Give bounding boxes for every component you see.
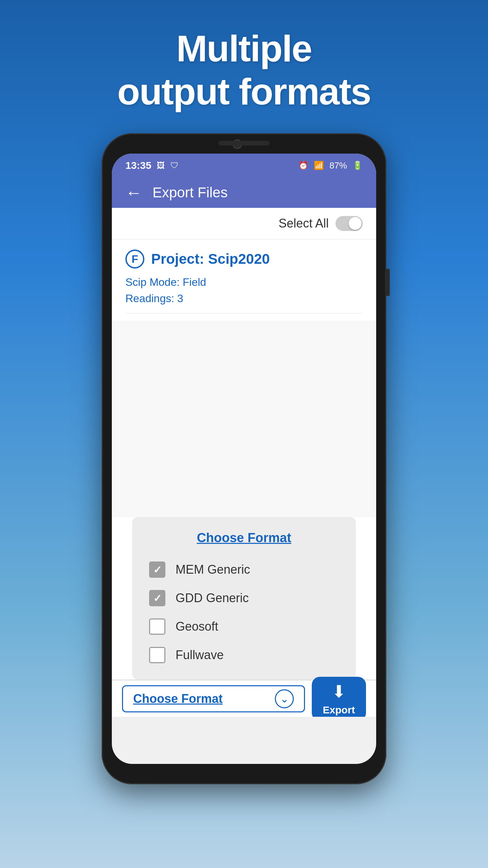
project-icon: F	[125, 250, 144, 269]
format-checkbox-gdd[interactable]	[149, 590, 165, 606]
export-label: Export	[323, 704, 355, 716]
back-button[interactable]: ←	[125, 183, 142, 202]
project-name: Project: Scip2020	[151, 251, 270, 267]
format-checkbox-mem[interactable]	[149, 561, 165, 578]
hero-line2: output formats	[117, 71, 371, 112]
select-all-row: Select All	[112, 208, 376, 239]
format-label-fullwave: Fullwave	[176, 648, 224, 662]
status-time: 13:35	[125, 160, 151, 171]
alarm-icon: ⏰	[298, 161, 308, 170]
format-label-geosoft: Geosoft	[176, 619, 218, 634]
bottom-bar: Choose Format ⌄ ⬇ Export	[112, 679, 376, 717]
chevron-down-icon: ⌄	[275, 689, 294, 708]
project-details: Scip Mode: Field Readings: 3	[125, 274, 363, 307]
format-label-mem: MEM Generic	[176, 563, 250, 577]
phone-side-button	[385, 269, 390, 296]
hero-line1: Multiple	[176, 27, 312, 69]
project-mode: Scip Mode: Field	[125, 274, 363, 290]
shield-status-icon: 🛡	[170, 161, 179, 170]
screen-content: Select All F Project: Scip2020 Scip Mode…	[112, 208, 376, 717]
format-item-gdd: GDD Generic	[149, 584, 339, 612]
format-panel-title: Choose Format	[149, 531, 339, 545]
project-readings: Readings: 3	[125, 290, 363, 307]
choose-format-text: Choose Format	[133, 692, 223, 706]
format-checkbox-fullwave[interactable]	[149, 647, 165, 663]
format-item-fullwave: Fullwave	[149, 641, 339, 669]
format-checkbox-geosoft[interactable]	[149, 618, 165, 635]
phone-body: 13:35 🖼 🛡 ⏰ 📶 87% 🔋 ← Export Files	[102, 133, 386, 784]
hero-title: Multiple output formats	[117, 27, 371, 113]
export-button[interactable]: ⬇ Export	[312, 677, 366, 717]
battery-text: 87%	[329, 160, 347, 171]
status-bar: 13:35 🖼 🛡 ⏰ 📶 87% 🔋	[112, 154, 376, 177]
wifi-icon: 📶	[314, 161, 324, 170]
phone-speaker	[219, 141, 269, 145]
select-all-toggle[interactable]	[336, 216, 363, 231]
format-panel: Choose Format MEM Generic GDD Generic Ge…	[132, 517, 356, 679]
app-bar-title: Export Files	[152, 184, 228, 201]
status-right: ⏰ 📶 87% 🔋	[298, 160, 363, 171]
project-section: F Project: Scip2020 Scip Mode: Field Rea…	[112, 239, 376, 320]
hero-section: Multiple output formats	[117, 0, 371, 113]
format-item-mem: MEM Generic	[149, 555, 339, 584]
project-title-row: F Project: Scip2020	[125, 250, 363, 269]
image-status-icon: 🖼	[157, 161, 165, 170]
battery-icon: 🔋	[352, 161, 363, 170]
toggle-thumb	[349, 217, 362, 230]
select-all-label: Select All	[279, 216, 329, 231]
phone-screen: 13:35 🖼 🛡 ⏰ 📶 87% 🔋 ← Export Files	[112, 154, 376, 764]
phone-mockup: 13:35 🖼 🛡 ⏰ 📶 87% 🔋 ← Export Files	[98, 133, 390, 794]
format-label-gdd: GDD Generic	[176, 591, 249, 605]
choose-format-button[interactable]: Choose Format ⌄	[122, 685, 305, 712]
app-bar: ← Export Files	[112, 177, 376, 208]
format-item-geosoft: Geosoft	[149, 612, 339, 641]
status-left: 13:35 🖼 🛡	[125, 160, 179, 171]
project-divider	[125, 313, 363, 314]
export-download-icon: ⬇	[332, 682, 346, 702]
content-space	[112, 320, 376, 517]
